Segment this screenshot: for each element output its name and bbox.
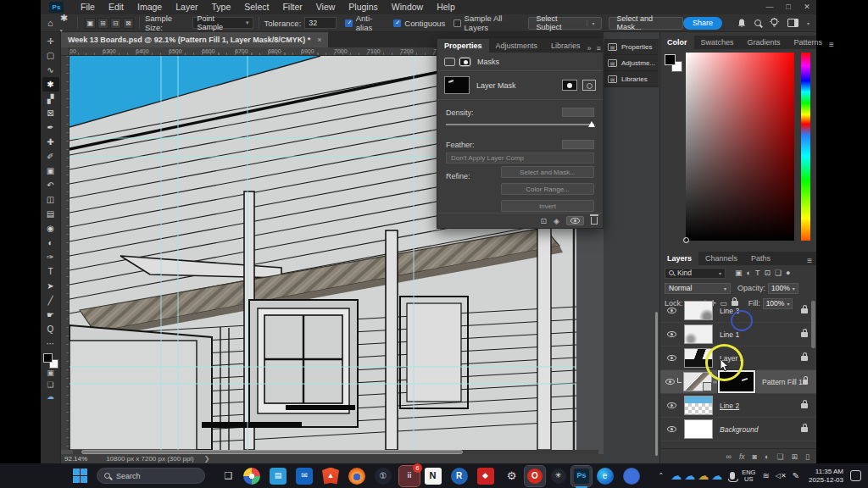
taskbar-app-icon[interactable]: O [525, 466, 545, 486]
density-value-box[interactable] [562, 108, 594, 117]
magic-wand-tool[interactable]: ✱ [42, 77, 59, 92]
taskbar-app-icon[interactable]: ① [375, 468, 392, 485]
new-group-icon[interactable]: ❏ [776, 452, 783, 461]
apply-mask-icon[interactable]: ◈ [554, 217, 559, 225]
quick-mask-icon[interactable]: ▣ [47, 369, 54, 380]
layer-style-icon[interactable]: fx [739, 452, 745, 461]
lasso-tool[interactable]: ∿ [42, 63, 59, 77]
menu-item[interactable]: Select [237, 0, 275, 14]
document-tab[interactable]: Week 13 Boards.psd @ 92.1% (Pattern Fill… [61, 32, 328, 47]
onedrive-icon[interactable]: ☁ [684, 469, 695, 482]
edit-toolbar[interactable]: ⋯ [42, 336, 59, 351]
shape-tool[interactable]: ╱ [42, 293, 59, 308]
menu-item[interactable]: Plugins [342, 0, 384, 14]
selection-mode-button[interactable]: ⊞ [97, 18, 108, 29]
option-checkbox[interactable]: Anti-alias [345, 14, 385, 32]
tab-swatches[interactable]: Swatches [694, 36, 741, 49]
zoom-tool[interactable]: Q [42, 322, 59, 336]
tab-properties[interactable]: Properties [437, 39, 489, 53]
pen-icon[interactable]: ✎ [793, 471, 799, 480]
layer-thumbnail[interactable] [684, 301, 713, 320]
menu-item[interactable]: Window [385, 0, 430, 14]
menu-item[interactable]: File [74, 0, 102, 14]
tab-color[interactable]: Color [660, 36, 694, 49]
taskbar-app-icon[interactable]: e [597, 468, 614, 485]
selection-mode-button[interactable]: ▣ [85, 18, 96, 29]
taskbar-app-icon[interactable]: ii 6 [399, 466, 420, 486]
layer-visibility-toggle[interactable] [664, 426, 679, 432]
layer-visibility-toggle[interactable] [664, 331, 679, 337]
link-layers-icon[interactable]: ∞ [726, 452, 732, 461]
layer-filter-icon[interactable]: T [755, 269, 760, 277]
toggle-mask-visibility-button[interactable] [566, 216, 584, 225]
taskbar-app-icon[interactable] [348, 468, 365, 485]
chevron-down-icon[interactable]: ▾ [807, 20, 810, 26]
layer-thumbnail[interactable] [683, 372, 712, 391]
layer-name[interactable]: Background [720, 425, 758, 434]
tolerance-input[interactable]: 32 [304, 17, 337, 29]
eraser-tool[interactable]: ◫ [42, 192, 59, 207]
foreground-color-swatch[interactable] [665, 54, 676, 65]
canvas-vertical-scrollbar[interactable] [655, 312, 658, 456]
history-brush-tool[interactable]: ↶ [42, 178, 59, 192]
layer-name[interactable]: Pattern Fill 1 [762, 378, 803, 386]
taskbar-app-icon[interactable]: Ps [571, 466, 592, 486]
tab-close-icon[interactable]: × [317, 36, 321, 44]
start-button[interactable] [73, 469, 88, 484]
layer-row[interactable]: ∞ Background [660, 418, 816, 441]
new-layer-icon[interactable]: ⊞ [792, 452, 798, 461]
close-button[interactable]: ✕ [798, 0, 816, 14]
selection-mode-button[interactable]: ⊠ [123, 18, 134, 29]
taskbar-app-icon[interactable] [243, 468, 260, 485]
menu-item[interactable]: Edit [102, 0, 131, 14]
tab-adjustments[interactable]: Adjustments [489, 39, 545, 53]
panel-menu-icon[interactable]: ≡ [597, 44, 601, 53]
mask-mode-icon[interactable] [562, 80, 577, 91]
hue-slider[interactable] [801, 53, 810, 241]
taskbar-app-icon[interactable]: N [425, 468, 442, 485]
type-tool[interactable]: T [42, 264, 59, 279]
menu-item[interactable]: Layer [169, 0, 204, 14]
layer-filter-icon[interactable]: ❏ [775, 269, 782, 277]
hand-tool[interactable]: ☛ [42, 308, 59, 322]
minimize-button[interactable]: — [760, 0, 779, 14]
zoom-level[interactable]: 92.14% [64, 455, 87, 463]
layer-row[interactable]: ∞ Line 2 [660, 394, 816, 418]
layer-visibility-toggle[interactable] [664, 308, 679, 313]
tool-preset-icon[interactable]: ✱ ▾ [60, 13, 72, 34]
foreground-color-swatch[interactable] [43, 353, 53, 363]
vector-mask-icon[interactable] [582, 80, 596, 91]
share-button[interactable]: Share [683, 17, 722, 30]
layers-scrollbar[interactable] [811, 301, 815, 348]
dodge-tool[interactable]: ◐ [42, 236, 59, 250]
layer-thumbnail[interactable] [684, 324, 713, 344]
layer-visibility-toggle[interactable] [664, 379, 676, 385]
layer-thumbnail[interactable] [684, 419, 713, 439]
select-and-mask-button[interactable]: Select and Mask... [609, 17, 683, 30]
taskbar-app-icon[interactable]: ◆ [477, 468, 494, 485]
layer-filter-select[interactable]: Kind ▾ [665, 268, 726, 279]
search-icon[interactable] [754, 19, 761, 26]
blur-tool[interactable]: ◉ [42, 221, 59, 236]
refine-button[interactable]: Color Range... [501, 183, 594, 195]
collapse-panel-icon[interactable]: » [587, 44, 592, 53]
selection-mode-button[interactable]: ⊟ [110, 18, 121, 29]
layer-mask-thumbnail[interactable] [444, 76, 470, 94]
hidden-icons-chevron[interactable]: ⌃ [658, 472, 664, 480]
delete-mask-icon[interactable] [591, 217, 598, 225]
layer-name[interactable]: Line 2 [720, 402, 739, 410]
blend-mode-select[interactable]: Normal▾ [665, 283, 731, 294]
tab-paths[interactable]: Paths [744, 252, 777, 265]
slider-thumb[interactable] [588, 121, 595, 127]
notification-center-icon[interactable] [850, 470, 861, 481]
frame-tool[interactable]: ⊠ [42, 106, 59, 120]
tab-patterns[interactable]: Patterns [787, 36, 830, 49]
add-mask-icon[interactable]: ◙ [753, 452, 757, 461]
menu-item[interactable]: Help [430, 0, 462, 14]
gradient-tool[interactable]: ▤ [42, 207, 59, 221]
layer-name[interactable]: Line 1 [720, 330, 739, 339]
marquee-tool[interactable]: ▢ [42, 48, 59, 63]
layer-thumbnail[interactable] [684, 396, 713, 415]
selected-mask-icon[interactable] [459, 58, 470, 66]
delete-layer-icon[interactable]: ▯ [805, 452, 810, 461]
